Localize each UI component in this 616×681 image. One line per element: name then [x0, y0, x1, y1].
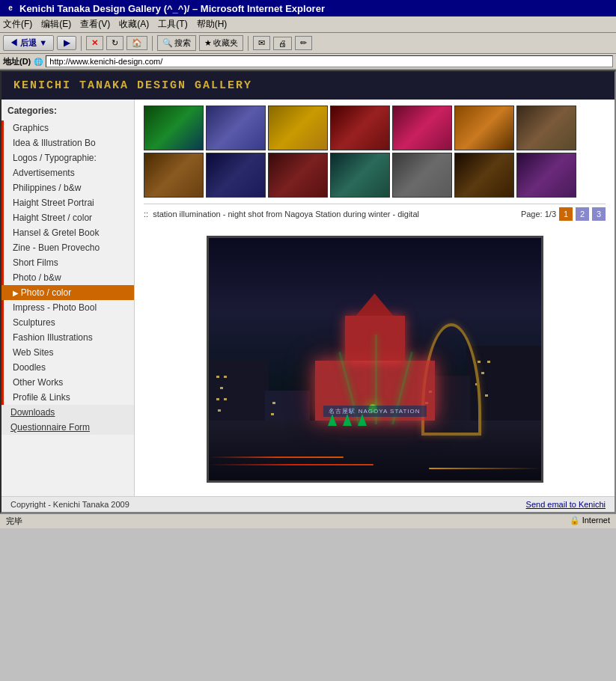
light-trail-2: [209, 464, 373, 465]
back-dropdown-icon: ▼: [39, 38, 47, 47]
sidebar-item-ads[interactable]: Advertisements: [1, 165, 134, 180]
menu-bar: 文件(F) 编辑(E) 查看(V) 收藏(A) 工具(T) 帮助(H): [0, 16, 616, 33]
sidebar-item-profile[interactable]: Profile & Links: [1, 390, 134, 405]
title-bar: e Kenichi Tanaka Design Gallery (^_^)/ –…: [0, 0, 616, 16]
page-number-1[interactable]: 1: [559, 207, 573, 221]
thumbnail-3[interactable]: [268, 106, 328, 150]
sidebar-item-sculptures[interactable]: Sculptures: [1, 315, 134, 330]
window-light: [224, 376, 227, 378]
sidebar-item-websites[interactable]: Web Sites: [1, 345, 134, 360]
window-light: [272, 402, 275, 404]
window-light: [216, 376, 219, 378]
sidebar-item-philippines[interactable]: Philippines / b&w: [1, 180, 134, 195]
copyright-text: Copyright - Kenichi Tanaka 2009: [10, 500, 129, 509]
stop-icon: ✕: [91, 38, 98, 48]
sidebar-item-fashion[interactable]: Fashion Illustrations: [1, 330, 134, 345]
security-icon: 🔒 Internet: [570, 516, 610, 527]
sidebar-item-photo-bw[interactable]: Photo / b&w: [1, 270, 134, 285]
street: [209, 421, 541, 480]
page-label: Page: 1/3: [521, 210, 556, 219]
toolbar: ◀ 后退 ▼ ▶ ✕ ↻ 🏠 🔍 搜索 ★ 收藏夹 ✉ 🖨 ✏: [0, 33, 616, 54]
window-light: [478, 361, 481, 363]
home-button[interactable]: 🏠: [126, 36, 147, 50]
gallery-header: KENICHI TANAKA DESIGN GALLERY: [1, 72, 615, 100]
thumbnail-11[interactable]: [330, 153, 390, 198]
refresh-button[interactable]: ↻: [106, 36, 123, 50]
forward-button[interactable]: ▶: [57, 36, 76, 50]
thumbnail-5[interactable]: [392, 106, 452, 150]
stop-button[interactable]: ✕: [86, 36, 103, 50]
categories-label: Categories:: [1, 106, 134, 120]
refresh-icon: ↻: [112, 38, 118, 48]
menu-tools[interactable]: 工具(T): [158, 18, 187, 31]
thumbnail-2[interactable]: [206, 106, 266, 150]
sidebar-item-questionnaire[interactable]: Questionnaire Form: [1, 420, 134, 435]
menu-help[interactable]: 帮助(H): [197, 18, 228, 31]
thumbnail-8[interactable]: [144, 153, 204, 198]
status-bar: 完毕 🔒 Internet: [0, 513, 616, 528]
sidebar-item-haight-portrait[interactable]: Haight Street Portrai: [1, 195, 134, 210]
caption-prefix: ::: [144, 210, 148, 219]
light-trail-1: [209, 456, 344, 458]
favorites-label: 收藏夹: [213, 37, 238, 49]
sidebar-item-other[interactable]: Other Works: [1, 375, 134, 390]
address-input[interactable]: [46, 55, 613, 67]
thumbnail-10[interactable]: [268, 153, 328, 198]
sidebar-item-logos[interactable]: Logos / Typographie:: [1, 150, 134, 165]
back-label: 后退: [20, 38, 37, 47]
thumbnail-9[interactable]: [206, 153, 266, 198]
window-light: [220, 387, 223, 389]
address-label: 地址(D): [3, 56, 31, 67]
sidebar-item-hansel[interactable]: Hansel & Gretel Book: [1, 225, 134, 240]
sidebar-item-haight-color[interactable]: Haight Street / color: [1, 210, 134, 225]
photo-caption: station illumination - night shot from N…: [153, 210, 419, 219]
sidebar-item-short-films[interactable]: Short Films: [1, 255, 134, 270]
sidebar-item-doodles[interactable]: Doodles: [1, 360, 134, 375]
footer: Copyright - Kenichi Tanaka 2009 Send ema…: [1, 496, 615, 512]
thumbnail-1[interactable]: [144, 106, 204, 150]
edit-icon: ✏: [300, 38, 307, 48]
main-photo-container: 名古屋駅 NAGOYA STATION: [144, 228, 606, 490]
search-button[interactable]: 🔍 搜索: [157, 35, 196, 51]
tree-icon: [328, 414, 337, 426]
page-number-3[interactable]: 3: [592, 207, 606, 221]
menu-file[interactable]: 文件(F): [3, 18, 32, 31]
castle-top: [356, 293, 394, 316]
back-button[interactable]: ◀ 后退 ▼: [3, 35, 54, 51]
pagination-row: :: station illumination - night shot fro…: [144, 204, 606, 224]
page-number-2[interactable]: 2: [576, 207, 589, 221]
thumbnail-7[interactable]: [516, 106, 576, 150]
sidebar-item-downloads[interactable]: Downloads: [1, 405, 134, 420]
home-icon: 🏠: [132, 38, 142, 48]
address-bar: 地址(D) 🌐: [0, 54, 616, 70]
thumbnail-4[interactable]: [330, 106, 390, 150]
sidebar-item-idea[interactable]: Idea & Illustration Bo: [1, 135, 134, 150]
email-link[interactable]: Send email to Kenichi: [526, 500, 606, 509]
night-scene: 名古屋駅 NAGOYA STATION: [209, 238, 541, 480]
window-title: Kenichi Tanaka Design Gallery (^_^)/ – M…: [19, 3, 325, 14]
print-button[interactable]: 🖨: [273, 37, 292, 50]
thumbnail-12[interactable]: [392, 153, 452, 198]
sidebar-item-impress[interactable]: Impress - Photo Bool: [1, 300, 134, 315]
tree-icon: [343, 414, 352, 426]
sidebar-item-photo-color[interactable]: Photo / color: [1, 285, 134, 300]
thumbnail-grid: [144, 106, 606, 198]
window-light: [216, 398, 219, 400]
window-light: [481, 372, 484, 374]
menu-favorites[interactable]: 收藏(A): [119, 18, 149, 31]
thumbnail-13[interactable]: [454, 153, 514, 198]
sidebar-item-zine[interactable]: Zine - Buen Provecho: [1, 240, 134, 255]
window-light: [485, 394, 488, 397]
sidebar-item-graphics[interactable]: Graphics: [1, 120, 134, 135]
print-icon: 🖨: [278, 39, 287, 48]
mail-button[interactable]: ✉: [253, 36, 270, 50]
favorites-button[interactable]: ★ 收藏夹: [199, 35, 243, 51]
menu-edit[interactable]: 编辑(E): [41, 18, 71, 31]
forward-arrow-icon: ▶: [64, 38, 70, 47]
thumbnail-6[interactable]: [454, 106, 514, 150]
thumbnail-14[interactable]: [516, 153, 576, 198]
toolbar-separator-3: [248, 36, 248, 51]
window-light: [271, 413, 274, 415]
menu-view[interactable]: 查看(V): [80, 18, 110, 31]
edit-button[interactable]: ✏: [295, 36, 312, 50]
